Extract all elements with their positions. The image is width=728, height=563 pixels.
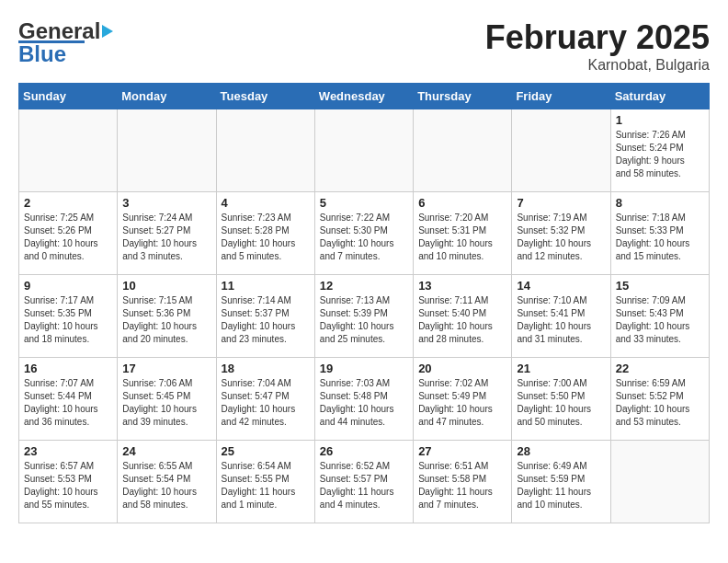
calendar-header-row: SundayMondayTuesdayWednesdayThursdayFrid… — [19, 84, 710, 109]
day-info: Sunrise: 7:06 AMSunset: 5:45 PMDaylight:… — [122, 377, 210, 429]
day-info: Sunrise: 7:22 AMSunset: 5:30 PMDaylight:… — [320, 212, 408, 263]
calendar-cell: 3Sunrise: 7:24 AMSunset: 5:27 PMDaylight… — [118, 192, 216, 275]
day-info: Sunrise: 6:54 AMSunset: 5:55 PMDaylight:… — [222, 460, 310, 511]
calendar-week-1: 1Sunrise: 7:26 AMSunset: 5:24 PMDaylight… — [19, 109, 710, 192]
day-number: 17 — [122, 362, 210, 375]
calendar-cell: 19Sunrise: 7:03 AMSunset: 5:48 PMDayligh… — [314, 358, 413, 441]
calendar-cell — [414, 109, 512, 192]
calendar-cell: 18Sunrise: 7:04 AMSunset: 5:47 PMDayligh… — [216, 358, 314, 441]
day-info: Sunrise: 7:23 AMSunset: 5:28 PMDaylight:… — [222, 212, 310, 263]
calendar-week-4: 16Sunrise: 7:07 AMSunset: 5:44 PMDayligh… — [19, 358, 710, 441]
logo-blue: Blue — [18, 41, 66, 67]
day-number: 28 — [517, 444, 605, 458]
calendar-cell — [216, 109, 314, 192]
calendar-cell: 2Sunrise: 7:25 AMSunset: 5:26 PMDaylight… — [19, 192, 118, 275]
calendar-cell: 13Sunrise: 7:11 AMSunset: 5:40 PMDayligh… — [414, 275, 512, 358]
day-number: 24 — [122, 444, 210, 458]
day-info: Sunrise: 7:20 AMSunset: 5:31 PMDaylight:… — [418, 212, 506, 263]
day-number: 14 — [517, 279, 605, 293]
day-info: Sunrise: 7:26 AMSunset: 5:24 PMDaylight:… — [616, 129, 704, 180]
calendar-week-3: 9Sunrise: 7:17 AMSunset: 5:35 PMDaylight… — [19, 275, 710, 358]
day-info: Sunrise: 7:24 AMSunset: 5:27 PMDaylight:… — [122, 212, 210, 263]
calendar-week-2: 2Sunrise: 7:25 AMSunset: 5:26 PMDaylight… — [19, 192, 710, 275]
day-number: 18 — [222, 362, 310, 375]
day-info: Sunrise: 7:19 AMSunset: 5:32 PMDaylight:… — [517, 212, 605, 263]
day-info: Sunrise: 7:10 AMSunset: 5:41 PMDaylight:… — [517, 294, 605, 346]
calendar-cell: 27Sunrise: 6:51 AMSunset: 5:58 PMDayligh… — [414, 441, 512, 523]
calendar-cell: 14Sunrise: 7:10 AMSunset: 5:41 PMDayligh… — [512, 275, 610, 358]
calendar-cell — [512, 109, 610, 192]
day-info: Sunrise: 6:49 AMSunset: 5:59 PMDaylight:… — [517, 460, 605, 511]
calendar-cell: 21Sunrise: 7:00 AMSunset: 5:50 PMDayligh… — [512, 358, 610, 441]
day-number: 19 — [320, 362, 408, 375]
page-header: General Blue February 2025 Karnobat, Bul… — [18, 18, 710, 74]
day-number: 4 — [222, 196, 310, 210]
day-number: 26 — [320, 444, 408, 458]
day-info: Sunrise: 7:14 AMSunset: 5:37 PMDaylight:… — [222, 294, 310, 346]
day-number: 20 — [418, 362, 506, 375]
month-title: February 2025 — [485, 18, 710, 57]
day-number: 5 — [320, 196, 408, 210]
title-block: February 2025 Karnobat, Bulgaria — [485, 18, 710, 74]
calendar-cell: 17Sunrise: 7:06 AMSunset: 5:45 PMDayligh… — [118, 358, 216, 441]
calendar-cell: 16Sunrise: 7:07 AMSunset: 5:44 PMDayligh… — [19, 358, 118, 441]
calendar-cell: 12Sunrise: 7:13 AMSunset: 5:39 PMDayligh… — [314, 275, 413, 358]
weekday-header-monday: Monday — [118, 84, 216, 109]
day-number: 13 — [418, 279, 506, 293]
day-number: 12 — [320, 279, 408, 293]
calendar-cell: 24Sunrise: 6:55 AMSunset: 5:54 PMDayligh… — [118, 441, 216, 523]
day-number: 8 — [616, 196, 704, 210]
calendar-cell: 22Sunrise: 6:59 AMSunset: 5:52 PMDayligh… — [610, 358, 709, 441]
day-number: 21 — [517, 362, 605, 375]
calendar-cell: 15Sunrise: 7:09 AMSunset: 5:43 PMDayligh… — [610, 275, 709, 358]
logo-arrow-icon — [102, 25, 113, 38]
weekday-header-saturday: Saturday — [610, 84, 709, 109]
day-number: 16 — [24, 362, 112, 375]
day-number: 27 — [418, 444, 506, 458]
calendar-cell: 7Sunrise: 7:19 AMSunset: 5:32 PMDaylight… — [512, 192, 610, 275]
day-info: Sunrise: 7:07 AMSunset: 5:44 PMDaylight:… — [24, 377, 112, 429]
day-info: Sunrise: 7:02 AMSunset: 5:49 PMDaylight:… — [418, 377, 506, 429]
day-info: Sunrise: 7:18 AMSunset: 5:33 PMDaylight:… — [616, 212, 704, 263]
day-number: 10 — [122, 279, 210, 293]
day-info: Sunrise: 7:13 AMSunset: 5:39 PMDaylight:… — [320, 294, 408, 346]
calendar-cell: 6Sunrise: 7:20 AMSunset: 5:31 PMDaylight… — [414, 192, 512, 275]
calendar-cell — [118, 109, 216, 192]
day-info: Sunrise: 6:51 AMSunset: 5:58 PMDaylight:… — [418, 460, 506, 511]
day-number: 11 — [222, 279, 310, 293]
calendar-cell: 20Sunrise: 7:02 AMSunset: 5:49 PMDayligh… — [414, 358, 512, 441]
calendar-cell: 8Sunrise: 7:18 AMSunset: 5:33 PMDaylight… — [610, 192, 709, 275]
weekday-header-thursday: Thursday — [414, 84, 512, 109]
calendar-cell: 5Sunrise: 7:22 AMSunset: 5:30 PMDaylight… — [314, 192, 413, 275]
weekday-header-wednesday: Wednesday — [314, 84, 413, 109]
day-info: Sunrise: 7:04 AMSunset: 5:47 PMDaylight:… — [222, 377, 310, 429]
day-number: 25 — [222, 444, 310, 458]
calendar-body: 1Sunrise: 7:26 AMSunset: 5:24 PMDaylight… — [19, 109, 710, 523]
calendar-table: SundayMondayTuesdayWednesdayThursdayFrid… — [18, 83, 710, 523]
weekday-header-friday: Friday — [512, 84, 610, 109]
day-info: Sunrise: 7:15 AMSunset: 5:36 PMDaylight:… — [122, 294, 210, 346]
day-info: Sunrise: 7:17 AMSunset: 5:35 PMDaylight:… — [24, 294, 112, 346]
calendar-cell: 11Sunrise: 7:14 AMSunset: 5:37 PMDayligh… — [216, 275, 314, 358]
day-info: Sunrise: 7:11 AMSunset: 5:40 PMDaylight:… — [418, 294, 506, 346]
calendar-cell: 10Sunrise: 7:15 AMSunset: 5:36 PMDayligh… — [118, 275, 216, 358]
calendar-cell: 9Sunrise: 7:17 AMSunset: 5:35 PMDaylight… — [19, 275, 118, 358]
day-info: Sunrise: 6:52 AMSunset: 5:57 PMDaylight:… — [320, 460, 408, 511]
calendar-cell: 23Sunrise: 6:57 AMSunset: 5:53 PMDayligh… — [19, 441, 118, 523]
day-info: Sunrise: 6:57 AMSunset: 5:53 PMDaylight:… — [24, 460, 112, 511]
calendar-cell — [610, 441, 709, 523]
calendar-cell: 26Sunrise: 6:52 AMSunset: 5:57 PMDayligh… — [314, 441, 413, 523]
day-number: 7 — [517, 196, 605, 210]
day-number: 15 — [616, 279, 704, 293]
day-number: 6 — [418, 196, 506, 210]
day-number: 22 — [616, 362, 704, 375]
calendar-cell: 28Sunrise: 6:49 AMSunset: 5:59 PMDayligh… — [512, 441, 610, 523]
calendar-week-5: 23Sunrise: 6:57 AMSunset: 5:53 PMDayligh… — [19, 441, 710, 523]
day-number: 1 — [616, 113, 704, 127]
calendar-cell — [314, 109, 413, 192]
day-number: 3 — [122, 196, 210, 210]
location: Karnobat, Bulgaria — [485, 57, 710, 74]
day-info: Sunrise: 7:25 AMSunset: 5:26 PMDaylight:… — [24, 212, 112, 263]
day-info: Sunrise: 6:55 AMSunset: 5:54 PMDaylight:… — [122, 460, 210, 511]
calendar-cell: 25Sunrise: 6:54 AMSunset: 5:55 PMDayligh… — [216, 441, 314, 523]
